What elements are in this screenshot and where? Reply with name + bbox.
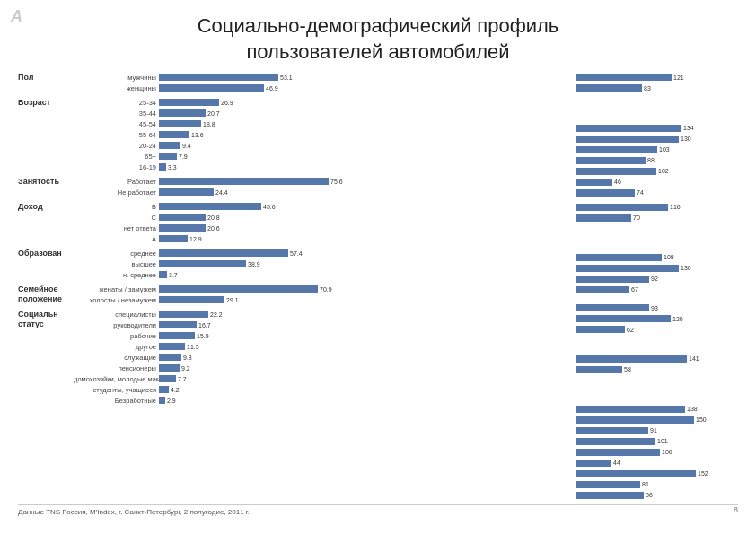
bar-cat-label: среднее	[74, 249, 159, 258]
right-bar-value: 138	[687, 406, 698, 412]
group-bars-6: специалисты22.2руководители16.7рабочие15…	[74, 309, 569, 406]
group-label-3: Доход	[18, 201, 74, 212]
bar-line-6-0: специалисты22.2	[74, 309, 569, 320]
right-group-4: 9312062	[576, 302, 738, 349]
bar-value: 4.2	[171, 387, 180, 393]
bar-line-6-1: руководители16.7	[74, 320, 569, 330]
right-bar-value: 130	[681, 265, 691, 271]
bar-cat-label: 35-44	[74, 109, 159, 118]
bar-line-4-2: н. среднее3.7	[74, 269, 569, 280]
bar	[159, 260, 246, 267]
right-group-1: 134130103881024674	[576, 123, 738, 198]
bar	[159, 386, 169, 393]
bar-value: 75.6	[330, 179, 343, 185]
right-bar-line-6-3: 101	[576, 436, 738, 447]
bar-line-6-8: Безработные2.9	[74, 395, 569, 406]
right-bar	[576, 84, 642, 92]
group-label-6: Социальнстатус	[18, 309, 74, 329]
bar-value: 15.9	[197, 333, 209, 339]
bar-line-2-0: Работает75.6	[74, 176, 569, 187]
right-bar-line-3-2: 92	[576, 274, 738, 285]
bar-cat-label: высшее	[74, 260, 159, 268]
right-bar-line-6-0: 138	[576, 404, 738, 415]
bar-line-2-1: Не работает24.4	[74, 187, 569, 197]
right-bar-value: 141	[689, 355, 699, 362]
bar-line-0-1: женщины46.9	[74, 83, 569, 93]
bar-value: 46.9	[266, 85, 278, 92]
bar-cat-label: женаты / замужем	[74, 285, 159, 293]
right-bar	[576, 157, 646, 164]
footer: Данные TNS Россия, M'Index, г. Санкт-Пет…	[18, 504, 738, 516]
right-bar	[576, 265, 679, 272]
right-bar	[576, 416, 694, 424]
bar-cat-label: С	[74, 214, 159, 222]
right-bar	[576, 125, 681, 132]
group-3: ДоходВ45.6С20.8нет ответа20.6А12.9	[18, 201, 569, 244]
right-bar	[576, 492, 644, 499]
right-bar-value: 86	[646, 492, 653, 498]
bar-value: 13.6	[191, 132, 204, 138]
bar-line-3-3: А12.9	[74, 233, 569, 244]
bar-line-1-2: 45-5418.8	[74, 118, 569, 129]
right-bar-value: 103	[659, 146, 670, 153]
bar-cat-label: руководители	[74, 321, 159, 329]
group-bars-0: мужчины53.1женщины46.9	[74, 72, 569, 93]
right-bar-value: 120	[672, 316, 683, 322]
right-bar-line-3-1: 130	[576, 263, 738, 274]
bar-line-6-7: студенты, учащиеся4.2	[74, 384, 569, 395]
bar	[159, 332, 195, 339]
bar	[159, 296, 224, 303]
bar	[159, 99, 219, 106]
bar	[159, 285, 318, 293]
right-group-0: 12183	[576, 72, 738, 118]
right-bar-value: 102	[658, 168, 669, 174]
bar	[159, 163, 166, 171]
left-chart: Полмужчины53.1женщины46.9Возраст25-3426.…	[18, 72, 569, 501]
right-bar-line-5-1: 58	[576, 364, 738, 375]
logo: A	[11, 7, 22, 26]
bar-value: 26.9	[221, 100, 233, 106]
bar-value: 12.9	[189, 236, 202, 242]
right-bar	[576, 438, 655, 445]
group-1: Возраст25-3426.935-4420.745-5418.855-641…	[18, 97, 569, 172]
group-bars-1: 25-3426.935-4420.745-5418.855-6413.620-2…	[74, 97, 569, 172]
right-bar-value: 62	[627, 327, 634, 333]
page-number: 8	[734, 505, 738, 514]
group-label-0: Пол	[18, 72, 74, 83]
bar-cat-label: н. среднее	[74, 271, 159, 279]
right-bar-value: 116	[670, 204, 681, 210]
group-6: Социальнстатусспециалисты22.2руководител…	[18, 309, 569, 406]
bar	[159, 84, 264, 92]
group-label-5: Семейноеположение	[18, 284, 74, 304]
bar-cat-label: женщины	[74, 84, 159, 92]
right-bar-value: 70	[633, 214, 640, 221]
bar-value: 9.8	[183, 355, 192, 361]
bar-cat-label: В	[74, 203, 159, 211]
bar-value: 20.7	[207, 110, 220, 117]
bar-line-6-4: служащие9.8	[74, 352, 569, 363]
bar-cat-label: 25-34	[74, 99, 159, 107]
right-bar-value: 150	[696, 416, 707, 423]
bar-cat-label: пенсионеры	[74, 364, 159, 372]
right-bar-value: 130	[681, 136, 691, 142]
bar	[159, 131, 189, 138]
bar	[159, 178, 329, 185]
bar-cat-label: 20-24	[74, 142, 159, 150]
bar-line-1-0: 25-3426.9	[74, 97, 569, 108]
bar-line-3-2: нет ответа20.6	[74, 223, 569, 233]
bar-value: 9.4	[182, 143, 191, 149]
right-bar-line-6-7: 81	[576, 479, 738, 490]
bar	[159, 203, 261, 210]
bar	[159, 188, 214, 196]
right-bar-line-6-1: 150	[576, 415, 738, 425]
bar-line-5-1: холосты / незамужем29.1	[74, 294, 569, 305]
right-bar-value: 44	[613, 460, 620, 466]
bar-value: 9.2	[181, 365, 190, 372]
bar-line-0-0: мужчины53.1	[74, 72, 569, 83]
bar-value: 70.9	[320, 286, 332, 293]
right-bar-value: 46	[614, 179, 621, 185]
bar-value: 24.4	[215, 189, 228, 196]
right-bar	[576, 406, 685, 413]
bar	[159, 397, 165, 404]
bar-line-1-3: 55-6413.6	[74, 129, 569, 140]
